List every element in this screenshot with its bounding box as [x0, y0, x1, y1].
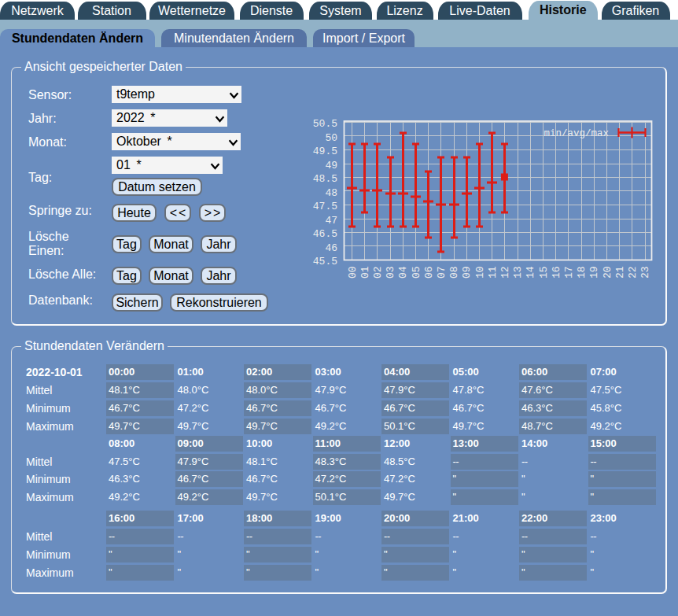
svg-text:23: 23	[639, 266, 651, 278]
svg-text:06: 06	[423, 266, 435, 278]
svg-text:47.5: 47.5	[313, 201, 337, 212]
svg-text:22: 22	[627, 266, 639, 278]
svg-text:50.5: 50.5	[313, 118, 337, 130]
svg-text:47: 47	[325, 215, 337, 227]
svg-text:08: 08	[448, 266, 460, 278]
svg-text:min/avg/max: min/avg/max	[544, 128, 609, 139]
svg-text:49.5: 49.5	[313, 146, 337, 157]
svg-text:48.5: 48.5	[313, 173, 337, 185]
svg-text:20: 20	[602, 266, 614, 278]
svg-text:19: 19	[588, 266, 600, 278]
svg-text:50: 50	[325, 132, 337, 144]
svg-text:02: 02	[372, 266, 384, 278]
svg-text:14: 14	[525, 266, 536, 278]
svg-text:12: 12	[499, 266, 511, 278]
svg-text:09: 09	[461, 266, 473, 278]
svg-text:03: 03	[385, 266, 396, 278]
svg-text:15: 15	[538, 266, 550, 278]
svg-text:11: 11	[487, 266, 499, 278]
svg-text:16: 16	[551, 266, 562, 278]
svg-text:48: 48	[325, 187, 337, 199]
svg-text:00: 00	[347, 266, 359, 278]
svg-text:07: 07	[436, 266, 448, 278]
svg-text:04: 04	[397, 266, 409, 278]
svg-text:13: 13	[512, 266, 524, 278]
svg-text:46.5: 46.5	[313, 228, 337, 240]
svg-text:21: 21	[614, 266, 626, 278]
svg-text:45.5: 45.5	[313, 256, 337, 267]
svg-text:46: 46	[325, 242, 337, 254]
svg-text:10: 10	[474, 266, 486, 278]
svg-text:18: 18	[576, 266, 588, 278]
svg-text:01: 01	[359, 266, 371, 278]
svg-text:05: 05	[411, 266, 422, 278]
svg-text:49: 49	[325, 160, 337, 172]
svg-text:17: 17	[563, 266, 575, 278]
